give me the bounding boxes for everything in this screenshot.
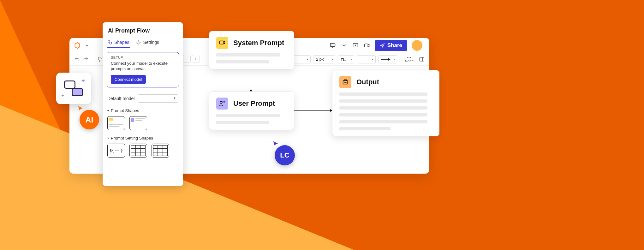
section-setting-shapes[interactable]: Prompt Setting Shapes	[103, 133, 183, 142]
placeholder-line	[216, 121, 269, 124]
node-user-prompt[interactable]: User Prompt	[209, 92, 294, 130]
placeholder-line	[339, 113, 427, 116]
default-model-dropdown[interactable]	[138, 94, 178, 103]
share-button[interactable]: Share	[375, 40, 407, 51]
system-prompt-icon	[216, 37, 228, 49]
section-prompt-shapes[interactable]: Prompt Shapes	[103, 106, 183, 115]
placeholder-line	[339, 120, 427, 123]
default-model-label: Default model	[107, 96, 134, 101]
placeholder-line	[339, 127, 391, 130]
svg-rect-13	[220, 41, 224, 44]
present-icon[interactable]	[352, 42, 359, 49]
panel-title: AI Prompt Flow	[103, 22, 183, 37]
comment-icon[interactable]	[329, 42, 336, 49]
setup-badge: SETUP	[111, 56, 175, 59]
stroke-width-dropdown[interactable]: 2 px	[313, 55, 335, 63]
sparkle-icon: ✦	[61, 93, 65, 98]
line-end-dropdown[interactable]	[378, 55, 397, 63]
undo-icon[interactable]	[74, 56, 80, 62]
output-icon	[339, 76, 351, 88]
user-prompt-icon	[216, 98, 228, 110]
zoom-out-button[interactable]: −	[183, 55, 191, 62]
zoom-controls: − +	[183, 55, 200, 62]
shape-table-small[interactable]	[129, 144, 147, 158]
placeholder-line	[339, 99, 427, 103]
shape-variable[interactable]: ${ }	[107, 144, 125, 158]
tab-settings[interactable]: Settings	[135, 37, 160, 48]
node-output[interactable]: Output	[332, 70, 439, 136]
ai-flow-panel: AI Prompt Flow Shapes Settings SETUP Con…	[103, 22, 183, 186]
corner-style-dropdown[interactable]	[338, 55, 354, 63]
svg-rect-10	[108, 40, 110, 42]
setup-card: SETUP Connect your model to execute prom…	[107, 52, 179, 87]
shape-user-prompt[interactable]	[129, 116, 147, 130]
svg-rect-5	[364, 44, 368, 47]
tab-shapes[interactable]: Shapes	[107, 37, 130, 48]
stroke-width-value: 2 px	[316, 57, 324, 62]
app-menu-chevron-icon[interactable]	[85, 44, 89, 47]
tab-settings-label: Settings	[143, 40, 159, 45]
svg-point-11	[110, 42, 112, 44]
placeholder-line	[216, 114, 280, 117]
shape-system-prompt[interactable]	[107, 116, 125, 130]
svg-point-12	[138, 42, 139, 43]
connector-user-to-output	[294, 110, 332, 111]
format-painter-icon[interactable]	[97, 56, 103, 62]
output-title: Output	[356, 78, 379, 86]
share-button-label: Share	[387, 42, 402, 49]
placeholder-line	[216, 53, 280, 57]
cursor-lc-label: LC	[280, 151, 289, 159]
sparkle-icon: ✦	[81, 77, 86, 84]
more-label: MORE	[405, 60, 414, 63]
placeholder-line	[339, 92, 427, 96]
panel-toggle-icon[interactable]	[419, 56, 425, 62]
toolbar-more-button[interactable]: ••• MORE	[405, 56, 414, 63]
svg-rect-15	[223, 101, 225, 103]
svg-point-14	[220, 101, 222, 103]
node-system-prompt[interactable]: System Prompt	[209, 31, 294, 69]
comment-dropdown-icon[interactable]	[341, 42, 348, 49]
placeholder-line	[339, 106, 427, 110]
cursor-ai-label: AI	[86, 115, 93, 124]
shape-table-large[interactable]	[152, 144, 169, 158]
floating-ai-shape-card[interactable]: ✦ ✦	[56, 73, 91, 104]
connector-system-to-user	[251, 72, 251, 92]
app-logo-icon[interactable]	[74, 42, 81, 49]
setup-description: Connect your model to execute prompts on…	[111, 61, 175, 72]
user-prompt-title: User Prompt	[233, 99, 275, 108]
collaborator-cursor-ai: AI	[80, 110, 99, 129]
system-prompt-title: System Prompt	[233, 39, 284, 47]
redo-icon[interactable]	[83, 56, 89, 62]
collaborator-cursor-lc: LC	[275, 145, 295, 165]
svg-rect-8	[420, 57, 424, 61]
more-dots-icon: •••	[407, 56, 412, 59]
placeholder-line	[216, 60, 269, 63]
zoom-in-button[interactable]: +	[192, 55, 200, 62]
user-avatar[interactable]	[412, 40, 422, 51]
connect-model-button[interactable]: Connect model	[111, 75, 146, 84]
line-start-dropdown[interactable]	[357, 55, 376, 63]
record-icon[interactable]	[363, 42, 370, 49]
tab-shapes-label: Shapes	[114, 40, 129, 45]
